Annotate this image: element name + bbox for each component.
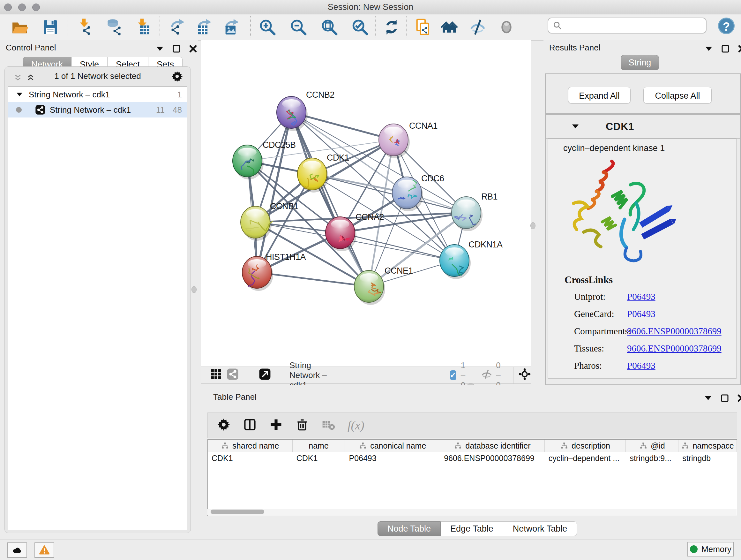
scrollbar-thumb[interactable] <box>211 509 264 514</box>
collapse-panel-icon[interactable] <box>703 393 713 403</box>
cloud-button[interactable] <box>7 543 27 558</box>
import-table-button[interactable] <box>133 17 153 37</box>
network-node-CDK1[interactable]: CDK1 <box>297 153 349 192</box>
pan-crosshair-icon[interactable] <box>519 368 531 382</box>
column-header-namespace[interactable]: namespace <box>678 440 737 452</box>
expand-all-button[interactable]: Expand All <box>568 87 630 104</box>
hide-graphics-button[interactable] <box>468 17 488 37</box>
show-graphics-icon <box>497 18 516 37</box>
import-network-button[interactable] <box>75 17 95 37</box>
memory-button[interactable]: Memory <box>687 542 734 557</box>
protein-section-header[interactable]: CDK1 <box>546 115 740 138</box>
network-overview-icon[interactable] <box>226 368 239 382</box>
collapse-all-button[interactable]: Collapse All <box>643 87 712 104</box>
protein-name: CDK1 <box>606 121 634 132</box>
close-panel-icon[interactable] <box>737 393 741 403</box>
crosslink-link[interactable]: P06493 <box>627 361 656 371</box>
table-row[interactable]: CDK1CDK1P064939606.ENSP00000378699cyclin… <box>208 452 737 464</box>
copy-style-button[interactable] <box>413 17 433 37</box>
network-node-CCNE1[interactable]: CCNE1 <box>354 266 413 305</box>
network-view-toolbar: String Network – cdk1 ✓ 1 – 0 0 – 0 <box>201 367 531 384</box>
apply-layout-button[interactable] <box>381 17 402 37</box>
split-panel-button[interactable] <box>243 418 257 433</box>
export-network-button[interactable] <box>167 17 188 37</box>
delete-table-button <box>321 418 335 433</box>
create-column-button[interactable] <box>269 418 283 433</box>
network-node-CCNA1[interactable]: CCNA1 <box>379 121 437 159</box>
collapse-panel-icon[interactable] <box>704 44 714 54</box>
node-label: RB1 <box>481 192 497 201</box>
export-image-button[interactable] <box>221 17 242 37</box>
column-header-canonicalname[interactable]: canonical name <box>345 440 440 452</box>
network-options-gear-icon[interactable] <box>172 71 183 82</box>
column-header-description[interactable]: description <box>545 440 626 452</box>
export-table-button[interactable] <box>194 17 214 37</box>
zoom-in-button[interactable] <box>257 17 278 37</box>
string-tab[interactable]: String <box>621 55 659 70</box>
column-header-name[interactable]: name <box>293 440 345 452</box>
crosslink-link[interactable]: P06493 <box>627 292 656 302</box>
float-panel-icon[interactable] <box>721 44 730 54</box>
zoom-fit-button[interactable] <box>319 17 340 37</box>
tab-network-table[interactable]: Network Table <box>503 521 577 536</box>
crosslink-row: Compartments: 9606.ENSP00000378699 <box>574 326 727 336</box>
column-header-databaseidentifier[interactable]: database identifier <box>440 440 545 452</box>
float-panel-icon[interactable] <box>720 393 730 403</box>
collapse-panel-icon[interactable] <box>155 44 165 54</box>
network-node-CDKN1A[interactable]: CDKN1A <box>440 240 502 279</box>
column-type-icon <box>359 442 367 450</box>
zoom-out-button[interactable] <box>288 17 309 37</box>
toolbar-separator <box>68 16 68 37</box>
warnings-button[interactable] <box>35 543 54 558</box>
caret-down-icon[interactable] <box>570 122 580 131</box>
table-cell: 9606.ENSP00000378699 <box>440 452 545 464</box>
help-button[interactable]: ? <box>718 17 735 34</box>
crosslink-row: Tissues: 9606.ENSP00000378699 <box>574 343 727 354</box>
delete-column-button[interactable] <box>295 418 309 433</box>
crosslink-link[interactable]: P06493 <box>627 309 656 319</box>
save-session-button[interactable] <box>40 17 61 37</box>
network-collection-row[interactable]: String Network – cdk1 1 <box>8 87 187 102</box>
zoom-selected-button[interactable] <box>350 17 370 37</box>
network-row[interactable]: String Network – cdk1 11 48 <box>8 102 187 118</box>
crosslink-link[interactable]: 9606.ENSP00000378699 <box>627 326 722 336</box>
crosslink-label: GeneCard: <box>574 309 627 319</box>
open-session-button[interactable] <box>10 17 30 37</box>
protein-section: CDK1 cyclin–dependent kinase 1 <box>545 114 741 385</box>
tab-edge-table[interactable]: Edge Table <box>441 521 503 536</box>
column-header-sharedname[interactable]: shared name <box>208 440 293 452</box>
node-label: CDC25B <box>263 140 296 150</box>
open-in-window-icon[interactable] <box>259 368 271 382</box>
crosslink-link[interactable]: 9606.ENSP00000378699 <box>627 343 722 354</box>
selected-checkbox[interactable]: ✓ <box>450 370 456 380</box>
zoom-selected-icon <box>351 18 369 37</box>
network-canvas[interactable]: CCNB2 CCNA1 CDC25B CDK1 CDC6 R <box>201 40 531 367</box>
network-node-HIST1H1A[interactable]: HIST1H1A <box>242 252 306 291</box>
column-header-id[interactable]: @id <box>626 440 678 452</box>
close-panel-icon[interactable] <box>188 44 198 54</box>
close-panel-icon[interactable] <box>737 44 741 54</box>
network-edge[interactable] <box>257 272 369 287</box>
network-tree: String Network – cdk1 1 String Network –… <box>8 86 187 530</box>
tab-node-table[interactable]: Node Table <box>378 521 441 536</box>
search-input[interactable] <box>548 17 706 34</box>
table-horizontal-scrollbar[interactable] <box>207 509 737 515</box>
network-edge[interactable] <box>257 112 291 272</box>
birds-eye-view-icon[interactable] <box>210 368 222 382</box>
left-splitter-handle[interactable] <box>192 286 197 293</box>
network-node-RB1[interactable]: RB1 <box>452 192 497 231</box>
table-type-tabs: Node TableEdge TableNetwork Table <box>378 521 577 536</box>
table-settings-button[interactable] <box>217 418 231 433</box>
string-protein-query-button[interactable] <box>439 17 460 37</box>
show-graphics-button[interactable] <box>496 17 517 37</box>
table-cell: CDK1 <box>208 452 293 464</box>
hidden-eye-icon[interactable] <box>481 368 493 382</box>
network-node-CDC6[interactable]: CDC6 <box>392 174 444 211</box>
import-network-from-database-button[interactable] <box>104 17 125 37</box>
import-network-icon <box>76 18 94 37</box>
protein-details: cyclin–dependent kinase 1 <box>548 138 737 379</box>
caret-down-icon[interactable] <box>15 90 23 99</box>
save-session-icon <box>41 18 60 37</box>
right-splitter-handle[interactable] <box>530 222 536 229</box>
float-panel-icon[interactable] <box>172 44 181 54</box>
